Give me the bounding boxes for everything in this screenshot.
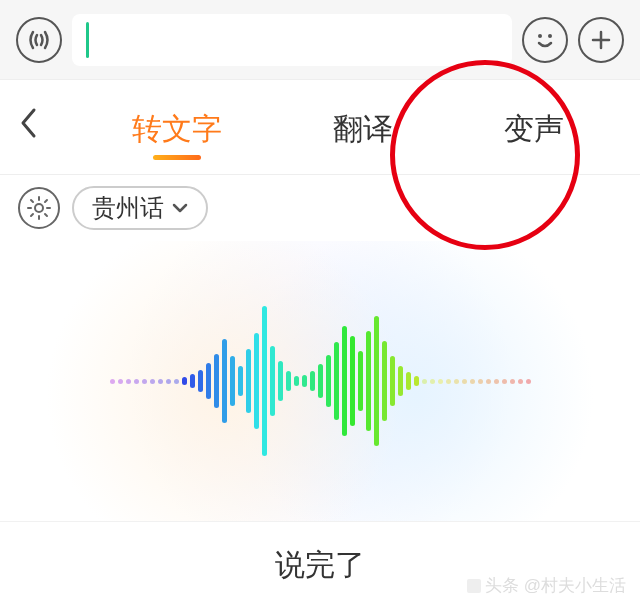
svg-line-12 [45,200,47,202]
settings-button[interactable] [18,187,60,229]
tab-transcribe[interactable]: 转文字 [122,87,232,168]
svg-point-4 [35,204,43,212]
smile-icon [531,26,559,54]
chevron-down-icon [172,203,188,213]
dialect-selector[interactable]: 贵州话 [72,186,208,230]
svg-line-11 [31,214,33,216]
source-watermark: 头条 @村夫小生活 [465,574,628,597]
text-cursor [86,22,89,58]
text-input[interactable] [72,14,512,66]
svg-line-9 [31,200,33,202]
tab-translate[interactable]: 翻译 [323,87,403,168]
gear-icon [26,195,52,221]
add-button[interactable] [578,17,624,63]
done-label: 说完了 [275,545,365,586]
options-bar: 贵州话 [0,175,640,241]
svg-point-1 [548,34,552,38]
top-input-bar [0,0,640,80]
tab-voicechange[interactable]: 变声 [494,87,574,168]
mode-tabs-row: 转文字 翻译 变声 [0,80,640,175]
emoji-button[interactable] [522,17,568,63]
chevron-left-icon [18,106,38,140]
svg-line-10 [45,214,47,216]
sound-wave-icon [26,27,52,53]
svg-point-0 [538,34,542,38]
dialect-label: 贵州话 [92,192,164,224]
waveform-display [0,241,640,521]
voice-input-icon[interactable] [16,17,62,63]
plus-icon [588,27,614,53]
back-button[interactable] [18,106,66,149]
